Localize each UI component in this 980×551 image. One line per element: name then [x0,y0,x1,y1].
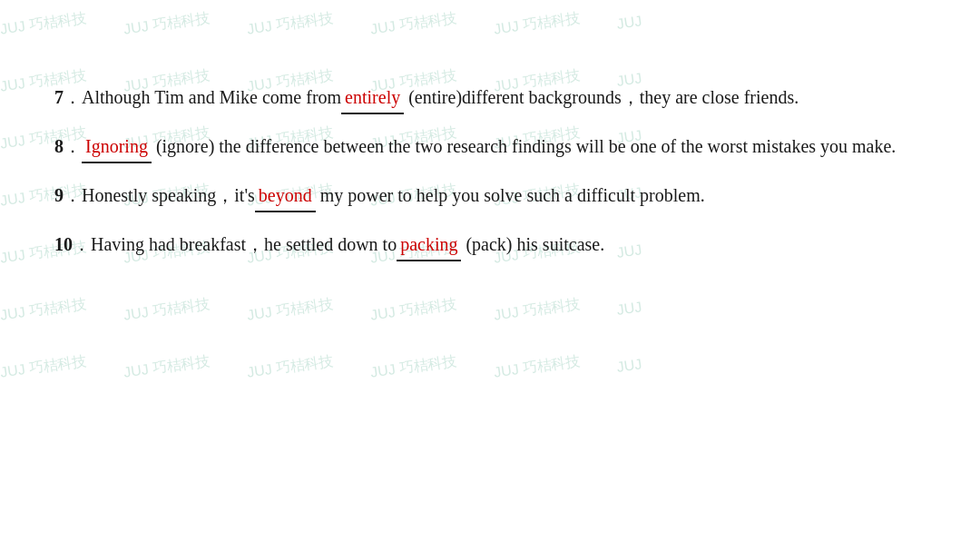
content-area: 7．Although Tim and Mike come fromentirel… [0,0,980,551]
q9-after: my power to help you solve such a diffic… [316,185,705,205]
q7-after-part1: different backgrounds，they are close fri… [462,87,799,107]
q8-after: the difference between the two research … [214,136,896,156]
q8-hint: (ignore) [156,136,214,156]
q7-number: 7 [54,87,64,107]
q8-number: 8 [54,136,64,156]
q10-answer: packing [397,229,461,261]
q9-before: ．Honestly speaking，it's [64,185,255,205]
q7-answer: entirely [341,82,404,114]
question-10: 10．Having had breakfast，he settled down … [54,229,926,261]
q9-number: 9 [54,185,64,205]
q7-hint: (entire) [408,87,462,107]
q8-answer: Ignoring [82,131,152,163]
q7-before: ．Although Tim and Mike come from [64,87,341,107]
q10-before: ．Having had breakfast，he settled down to [73,234,397,254]
q10-after: his suitcase. [513,234,605,254]
q7-text: 7．Although Tim and Mike come fromentirel… [54,87,799,107]
q10-hint: (pack) [466,234,512,254]
question-7: 7．Although Tim and Mike come fromentirel… [54,82,926,114]
question-8: 8．Ignoring (ignore) the difference betwe… [54,131,926,163]
question-9: 9．Honestly speaking，it'sbeyond my power … [54,180,926,212]
q9-text: 9．Honestly speaking，it'sbeyond my power … [54,185,705,205]
q8-dot: ． [64,136,82,156]
q10-number: 10 [54,234,73,254]
q9-answer: beyond [255,180,316,212]
q10-text: 10．Having had breakfast，he settled down … [54,234,604,254]
q8-text: 8．Ignoring (ignore) the difference betwe… [54,136,896,156]
